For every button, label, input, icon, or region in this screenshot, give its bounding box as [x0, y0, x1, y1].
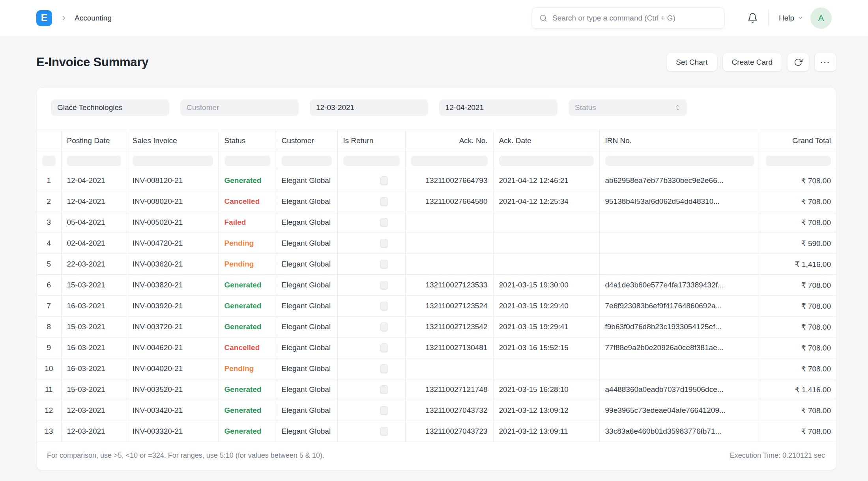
sales-invoice-cell[interactable]: INV-008020-21: [127, 191, 219, 212]
column-header-ack-no[interactable]: Ack. No.: [405, 130, 493, 151]
posting-date-cell[interactable]: 15-03-2021: [61, 275, 127, 296]
company-filter-input[interactable]: Glace Technologies: [51, 99, 169, 116]
ack-date-cell[interactable]: 2021-03-12 13:09:12: [493, 400, 599, 421]
posting-date-cell[interactable]: 02-04-2021: [61, 233, 127, 254]
more-menu-button[interactable]: ···: [814, 53, 836, 71]
status-cell[interactable]: Pending: [219, 254, 276, 275]
status-cell[interactable]: Failed: [219, 212, 276, 233]
status-cell[interactable]: Generated: [219, 379, 276, 400]
create-card-button[interactable]: Create Card: [722, 53, 782, 71]
ack-no-cell[interactable]: [405, 358, 493, 379]
posting-date-cell[interactable]: 16-03-2021: [61, 337, 127, 358]
grand-total-cell[interactable]: ₹ 590.00: [760, 233, 836, 254]
sales-invoice-cell[interactable]: INV-004020-21: [127, 358, 219, 379]
status-cell[interactable]: Cancelled: [219, 337, 276, 358]
grand-total-cell[interactable]: ₹ 1,416.00: [760, 379, 836, 400]
grand-total-cell[interactable]: ₹ 708.00: [760, 358, 836, 379]
customer-cell[interactable]: Elegant Global: [276, 379, 337, 400]
irn-no-cell[interactable]: [599, 212, 760, 233]
ack-date-cell[interactable]: 2021-03-12 13:09:11: [493, 421, 599, 442]
sales-invoice-cell[interactable]: INV-008120-21: [127, 170, 219, 191]
breadcrumb[interactable]: Accounting: [75, 14, 112, 22]
posting-date-cell[interactable]: 05-04-2021: [61, 212, 127, 233]
is-return-checkbox[interactable]: [380, 406, 388, 415]
ack-no-cell[interactable]: 132110027123524: [405, 296, 493, 317]
set-chart-button[interactable]: Set Chart: [666, 53, 717, 71]
customer-cell[interactable]: Elegant Global: [276, 317, 337, 337]
ack-date-cell[interactable]: 2021-03-15 19:29:40: [493, 296, 599, 317]
customer-cell[interactable]: Elegant Global: [276, 337, 337, 358]
sales-invoice-cell[interactable]: INV-003920-21: [127, 296, 219, 317]
status-column-filter[interactable]: [224, 156, 270, 166]
is-return-checkbox[interactable]: [380, 364, 388, 373]
ack-date-cell[interactable]: 2021-03-15 19:30:00: [493, 275, 599, 296]
posting-date-cell[interactable]: 16-03-2021: [61, 358, 127, 379]
posting-date-cell[interactable]: 22-03-2021: [61, 254, 127, 275]
ack-no-cell[interactable]: 132110027130481: [405, 337, 493, 358]
ack-date-cell[interactable]: 2021-04-12 12:25:34: [493, 191, 599, 212]
ack-date-cell[interactable]: 2021-03-15 16:28:10: [493, 379, 599, 400]
rownum-filter-input[interactable]: [42, 156, 56, 166]
column-header-grand-total[interactable]: Grand Total: [760, 130, 836, 151]
grand-total-cell[interactable]: ₹ 708.00: [760, 170, 836, 191]
is-return-checkbox[interactable]: [380, 281, 388, 290]
ack-no-cell[interactable]: 132110027664580: [405, 191, 493, 212]
help-menu[interactable]: Help: [779, 14, 803, 22]
sales-invoice-cell[interactable]: INV-003520-21: [127, 379, 219, 400]
app-logo[interactable]: E: [36, 10, 52, 26]
irn-no-cell[interactable]: [599, 254, 760, 275]
customer-cell[interactable]: Elegant Global: [276, 254, 337, 275]
ack-no-column-filter[interactable]: [411, 156, 488, 166]
status-cell[interactable]: Cancelled: [219, 191, 276, 212]
customer-cell[interactable]: Elegant Global: [276, 275, 337, 296]
ack-date-cell[interactable]: [493, 358, 599, 379]
grand-total-cell[interactable]: ₹ 708.00: [760, 275, 836, 296]
ack-no-cell[interactable]: 132110027123542: [405, 317, 493, 337]
irn-no-cell[interactable]: [599, 358, 760, 379]
is-return-checkbox[interactable]: [380, 239, 388, 248]
irn-no-cell[interactable]: 7e6f923083b6ef9f41764860692a...: [599, 296, 760, 317]
irn-no-column-filter[interactable]: [605, 156, 754, 166]
irn-no-cell[interactable]: d4a1de3b60e577e4fa173389432f...: [599, 275, 760, 296]
posting-date-column-filter[interactable]: [67, 156, 121, 166]
status-cell[interactable]: Pending: [219, 233, 276, 254]
avatar[interactable]: A: [810, 7, 832, 29]
column-header-customer[interactable]: Customer: [276, 130, 337, 151]
status-cell[interactable]: Generated: [219, 317, 276, 337]
customer-column-filter[interactable]: [282, 156, 332, 166]
customer-cell[interactable]: Elegant Global: [276, 191, 337, 212]
status-cell[interactable]: Generated: [219, 400, 276, 421]
irn-no-cell[interactable]: 95138b4f53af6d062d54dd48310...: [599, 191, 760, 212]
posting-date-cell[interactable]: 12-04-2021: [61, 170, 127, 191]
grand-total-cell[interactable]: ₹ 708.00: [760, 421, 836, 442]
posting-date-cell[interactable]: 15-03-2021: [61, 317, 127, 337]
sales-invoice-cell[interactable]: INV-005020-21: [127, 212, 219, 233]
column-header-posting-date[interactable]: Posting Date: [61, 130, 127, 151]
ack-no-cell[interactable]: 132110027664793: [405, 170, 493, 191]
is-return-column-filter[interactable]: [343, 156, 400, 166]
posting-date-cell[interactable]: 12-03-2021: [61, 400, 127, 421]
posting-date-cell[interactable]: 12-03-2021: [61, 421, 127, 442]
ack-no-cell[interactable]: [405, 212, 493, 233]
is-return-checkbox[interactable]: [380, 260, 388, 269]
customer-cell[interactable]: Elegant Global: [276, 212, 337, 233]
irn-no-cell[interactable]: [599, 233, 760, 254]
ack-no-cell[interactable]: 132110027121748: [405, 379, 493, 400]
customer-cell[interactable]: Elegant Global: [276, 233, 337, 254]
sales-invoice-cell[interactable]: INV-004620-21: [127, 337, 219, 358]
grand-total-column-filter[interactable]: [766, 156, 831, 166]
from-date-filter-input[interactable]: 12-03-2021: [310, 99, 428, 116]
sales-invoice-cell[interactable]: INV-003720-21: [127, 317, 219, 337]
is-return-checkbox[interactable]: [380, 176, 388, 185]
customer-cell[interactable]: Elegant Global: [276, 400, 337, 421]
ack-date-cell[interactable]: 2021-03-15 19:29:41: [493, 317, 599, 337]
sales-invoice-cell[interactable]: INV-003420-21: [127, 400, 219, 421]
is-return-checkbox[interactable]: [380, 197, 388, 206]
ack-date-column-filter[interactable]: [499, 156, 594, 166]
is-return-checkbox[interactable]: [380, 427, 388, 436]
is-return-checkbox[interactable]: [380, 323, 388, 332]
status-cell[interactable]: Pending: [219, 358, 276, 379]
customer-cell[interactable]: Elegant Global: [276, 296, 337, 317]
to-date-filter-input[interactable]: 12-04-2021: [439, 99, 557, 116]
ack-no-cell[interactable]: [405, 254, 493, 275]
